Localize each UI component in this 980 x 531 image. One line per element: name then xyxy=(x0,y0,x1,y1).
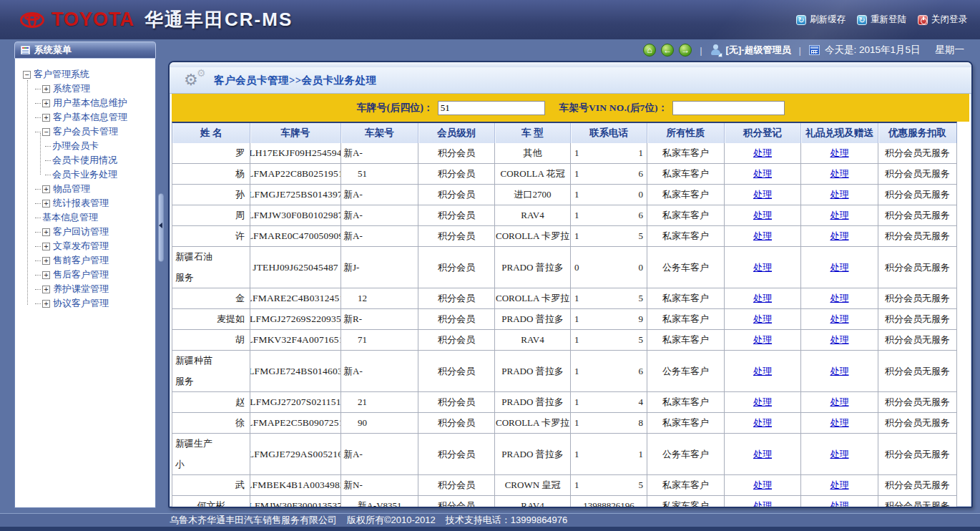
forward-icon[interactable]: → xyxy=(679,44,692,57)
tree-item[interactable]: +统计报表管理 xyxy=(15,196,155,210)
tree-item[interactable]: +养护课堂管理 xyxy=(15,282,155,296)
plate-cell: 新A- xyxy=(341,205,418,226)
sidebar-body: −客户管理系统+系统管理+用户基本信息维护+客户基本信息管理−客户会员卡管理办理… xyxy=(14,59,156,508)
expand-icon[interactable]: + xyxy=(42,185,50,193)
member-level-cell: 积分会员 xyxy=(418,164,495,185)
plate-cell: 90 xyxy=(341,413,418,434)
plate-cell: 新A-V8351 xyxy=(341,496,418,507)
name-cell: 新疆生产小 xyxy=(172,434,250,475)
sidebar-splitter[interactable] xyxy=(156,42,166,508)
phone-left-digit: 1 xyxy=(574,449,579,460)
expand-icon[interactable]: + xyxy=(42,228,50,236)
gift-process-link[interactable]: 处理 xyxy=(830,500,849,507)
phone-cell: 15 xyxy=(571,330,647,351)
points-process-link[interactable]: 处理 xyxy=(753,500,772,507)
column-header: 车架号 xyxy=(341,123,418,143)
car-model-cell: RAV4 xyxy=(495,205,571,226)
points-process-link[interactable]: 处理 xyxy=(753,333,772,346)
tree-item[interactable]: −客户会员卡管理 xyxy=(15,125,155,139)
points-process-link[interactable]: 处理 xyxy=(753,147,772,160)
expand-icon[interactable]: + xyxy=(42,243,50,250)
points-process-link[interactable]: 处理 xyxy=(753,292,772,305)
relogin-icon: ↻ xyxy=(857,15,867,25)
owner-type-cell: 私家车客户 xyxy=(647,164,725,185)
vin-cell: LFMAP22C8B0251951 xyxy=(250,164,341,185)
gift-process-link[interactable]: 处理 xyxy=(830,448,849,461)
car-model-cell: COROLLA 花冠 xyxy=(495,164,571,185)
points-process-link[interactable]: 处理 xyxy=(753,479,772,492)
collapse-sidebar-icon[interactable] xyxy=(159,223,162,228)
service-cell: 积分会员无服务 xyxy=(878,330,956,351)
plate-search-input[interactable] xyxy=(438,101,545,115)
points-process-link[interactable]: 处理 xyxy=(753,209,772,222)
table-row: 何文彬LFMJW30F300013537新A-V8351积分会员RAV41398… xyxy=(172,496,956,507)
expand-icon[interactable]: + xyxy=(42,99,50,107)
gift-process-link[interactable]: 处理 xyxy=(830,230,849,243)
collapse-icon[interactable]: − xyxy=(42,128,50,136)
tree-item[interactable]: +协议客户管理 xyxy=(15,296,155,311)
points-process-link[interactable]: 处理 xyxy=(753,448,772,461)
expand-icon[interactable]: + xyxy=(42,200,50,208)
name-line: 金 xyxy=(235,292,245,305)
expand-icon[interactable]: + xyxy=(42,271,50,279)
tree-item[interactable]: −客户管理系统 xyxy=(15,67,155,82)
header-action-refresh[interactable]: ↻刷新缓存 xyxy=(796,14,846,26)
expand-icon[interactable]: + xyxy=(42,85,50,93)
gift-cell: 处理 xyxy=(801,496,878,507)
tree-item[interactable]: +文章发布管理 xyxy=(15,239,155,253)
tree-item[interactable]: 会员卡业务处理 xyxy=(15,167,155,182)
gift-process-link[interactable]: 处理 xyxy=(830,292,849,305)
gift-process-link[interactable]: 处理 xyxy=(830,188,849,201)
expand-icon[interactable]: + xyxy=(42,300,50,308)
member-level-cell: 积分会员 xyxy=(418,434,495,475)
tree-item[interactable]: +售前客户管理 xyxy=(15,253,155,268)
tree-item[interactable]: 会员卡使用情况 xyxy=(15,153,155,167)
expand-icon[interactable]: + xyxy=(42,286,50,293)
points-process-link[interactable]: 处理 xyxy=(753,396,772,409)
collapse-icon[interactable]: − xyxy=(23,71,31,79)
gift-process-link[interactable]: 处理 xyxy=(830,167,849,180)
name-line: 小 xyxy=(175,458,185,471)
sidebar-header: 系统菜单 xyxy=(14,42,156,59)
points-process-link[interactable]: 处理 xyxy=(753,416,772,429)
owner-type-cell: 私家车客户 xyxy=(647,205,725,226)
gift-process-link[interactable]: 处理 xyxy=(830,313,849,326)
gift-process-link[interactable]: 处理 xyxy=(830,333,849,346)
phone-cell: 00 xyxy=(571,247,647,288)
table-row: 周LFMJW30F0B0102987新A-积分会员RAV416私家车客户处理处理… xyxy=(172,205,956,226)
tree-item[interactable]: +客户回访管理 xyxy=(15,225,155,239)
points-process-link[interactable]: 处理 xyxy=(753,230,772,243)
tree-item-label: 会员卡使用情况 xyxy=(52,154,117,167)
gift-process-link[interactable]: 处理 xyxy=(830,209,849,222)
gift-process-link[interactable]: 处理 xyxy=(830,479,849,492)
points-process-link[interactable]: 处理 xyxy=(753,313,772,326)
gift-process-link[interactable]: 处理 xyxy=(830,261,849,274)
vin-search-input[interactable] xyxy=(672,101,785,115)
phone-cell: 14 xyxy=(571,392,647,413)
gift-process-link[interactable]: 处理 xyxy=(830,396,849,409)
points-process-link[interactable]: 处理 xyxy=(753,167,772,180)
home-icon[interactable]: ⌂ xyxy=(643,44,656,57)
tree-item[interactable]: +物品管理 xyxy=(15,182,155,196)
gift-process-link[interactable]: 处理 xyxy=(830,416,849,429)
points-process-link[interactable]: 处理 xyxy=(753,261,772,274)
back-icon[interactable]: ← xyxy=(661,44,674,57)
header-action-refresh[interactable]: ↻重新登陆 xyxy=(857,14,906,26)
tree-item[interactable]: +售后客户管理 xyxy=(15,268,155,282)
tree-item[interactable]: +系统管理 xyxy=(15,82,155,96)
points-process-link[interactable]: 处理 xyxy=(753,188,772,201)
gift-process-link[interactable]: 处理 xyxy=(830,365,849,378)
header-action-label: 刷新缓存 xyxy=(810,14,846,26)
expand-icon[interactable]: + xyxy=(42,257,50,265)
tree-item[interactable]: 基本信息管理 xyxy=(15,210,155,225)
vin-cell: LFMGJ27207S021151 xyxy=(250,392,341,413)
name-cell: 胡 xyxy=(172,330,250,351)
tree-item-label: 物品管理 xyxy=(53,182,90,195)
gift-process-link[interactable]: 处理 xyxy=(830,147,849,160)
tree-item[interactable]: +客户基本信息管理 xyxy=(15,110,155,125)
points-process-link[interactable]: 处理 xyxy=(753,365,772,378)
header-action-logout[interactable]: 关闭登录 xyxy=(918,14,967,26)
expand-icon[interactable]: + xyxy=(42,114,50,122)
tree-item[interactable]: 办理会员卡 xyxy=(15,139,155,153)
tree-item[interactable]: +用户基本信息维护 xyxy=(15,96,155,110)
